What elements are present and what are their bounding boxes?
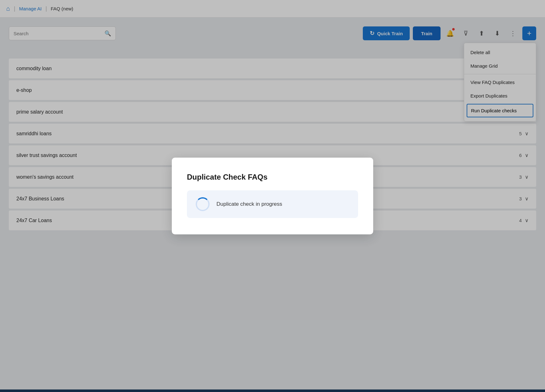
- progress-row: Duplicate check in progress: [187, 190, 358, 218]
- modal-title: Duplicate Check FAQs: [187, 173, 358, 182]
- loading-spinner: [196, 197, 210, 211]
- progress-text: Duplicate check in progress: [216, 201, 282, 207]
- modal-overlay[interactable]: Duplicate Check FAQs Duplicate check in …: [0, 0, 545, 392]
- duplicate-check-modal: Duplicate Check FAQs Duplicate check in …: [172, 158, 373, 234]
